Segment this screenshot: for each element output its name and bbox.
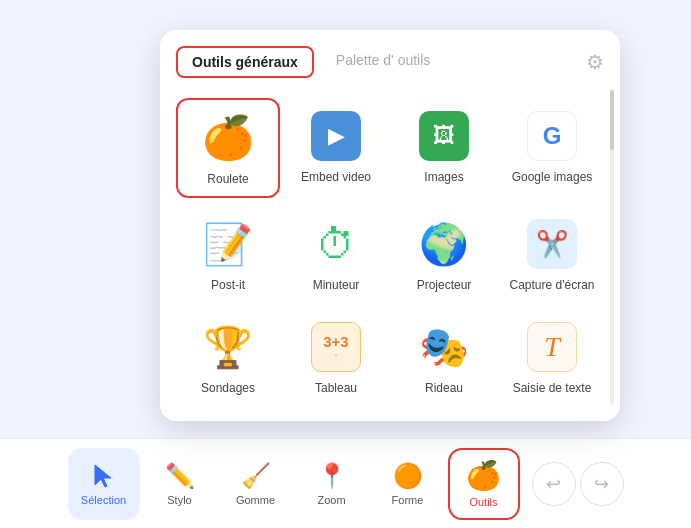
tab-outils-generaux[interactable]: Outils généraux xyxy=(176,46,314,78)
pencil-icon: ✏️ xyxy=(165,462,195,490)
tool-post-it[interactable]: 📝 Post-it xyxy=(176,206,280,302)
svg-marker-0 xyxy=(95,465,111,487)
tool-tableau-label: Tableau xyxy=(315,381,357,397)
tool-minuteur-label: Minuteur xyxy=(313,278,360,294)
bottom-toolbar: Sélection ✏️ Stylo 🧹 Gomme 📍 Zoom 🟠 Form… xyxy=(0,438,691,528)
toolbar-forme-label: Forme xyxy=(392,494,424,506)
toolbar-selection[interactable]: Sélection xyxy=(68,448,140,520)
tool-capture[interactable]: ✂️ Capture d'écran xyxy=(500,206,604,302)
projecteur-icon: 🌍 xyxy=(416,216,472,272)
undo-button[interactable]: ↩ xyxy=(532,462,576,506)
toolbar-outils-label: Outils xyxy=(469,496,497,508)
scrollbar-thumb[interactable] xyxy=(610,90,614,150)
tool-embed-video[interactable]: ▶ Embed video xyxy=(284,98,388,198)
toolbar-stylo-label: Stylo xyxy=(167,494,191,506)
tool-roulete[interactable]: 🍊 Roulete xyxy=(176,98,280,198)
tab-divider xyxy=(314,46,322,78)
toolbar-forme[interactable]: 🟠 Forme xyxy=(372,448,444,520)
tool-sondages-label: Sondages xyxy=(201,381,255,397)
tableau-icon-bg: 3+3 ◦ xyxy=(311,322,361,372)
tool-projecteur[interactable]: 🌍 Projecteur xyxy=(392,206,496,302)
tab-palette[interactable]: Palette d' outils xyxy=(322,46,445,78)
redo-icon: ↪ xyxy=(594,473,609,495)
tool-roulete-label: Roulete xyxy=(207,172,248,188)
tool-embed-video-label: Embed video xyxy=(301,170,371,186)
toolbar-selection-label: Sélection xyxy=(81,494,126,506)
tool-google-images-label: Google images xyxy=(512,170,593,186)
popup-header: Outils généraux Palette d' outils ⚙ xyxy=(176,46,604,82)
images-icon-bg: 🖼 xyxy=(419,111,469,161)
tool-google-images[interactable]: G Google images xyxy=(500,98,604,198)
tool-minuteur[interactable]: ⏱ Minuteur xyxy=(284,206,388,302)
capture-icon-bg: ✂️ xyxy=(527,219,577,269)
tool-sondages[interactable]: 🏆 Sondages xyxy=(176,309,280,405)
selection-icon xyxy=(90,462,118,490)
settings-icon[interactable]: ⚙ xyxy=(586,50,604,74)
tools-popup: Outils généraux Palette d' outils ⚙ 🍊 Ro… xyxy=(160,30,620,421)
minuteur-icon: ⏱ xyxy=(308,216,364,272)
tool-images[interactable]: 🖼 Images xyxy=(392,98,496,198)
toolbar-zoom-label: Zoom xyxy=(317,494,345,506)
embed-video-icon: ▶ xyxy=(308,108,364,164)
tool-post-it-label: Post-it xyxy=(211,278,245,294)
toolbar-outils[interactable]: 🍊 Outils xyxy=(448,448,520,520)
post-it-icon: 📝 xyxy=(200,216,256,272)
saisie-icon-bg: T xyxy=(527,322,577,372)
scrollbar-track xyxy=(610,90,614,405)
toolbar-gomme[interactable]: 🧹 Gomme xyxy=(220,448,292,520)
rideau-icon: 🎭 xyxy=(416,319,472,375)
zoom-icon: 📍 xyxy=(317,462,347,490)
tool-rideau-label: Rideau xyxy=(425,381,463,397)
toolbar-stylo[interactable]: ✏️ Stylo xyxy=(144,448,216,520)
tool-saisie-texte-label: Saisie de texte xyxy=(513,381,592,397)
undo-icon: ↩ xyxy=(546,473,561,495)
roulete-icon: 🍊 xyxy=(200,110,256,166)
video-icon-bg: ▶ xyxy=(311,111,361,161)
tools-grid: 🍊 Roulete ▶ Embed video 🖼 Images G Googl… xyxy=(176,98,604,405)
capture-icon: ✂️ xyxy=(524,216,580,272)
tool-rideau[interactable]: 🎭 Rideau xyxy=(392,309,496,405)
popup-tabs: Outils généraux Palette d' outils xyxy=(176,46,444,78)
google-images-icon: G xyxy=(524,108,580,164)
tableau-icon: 3+3 ◦ xyxy=(308,319,364,375)
redo-button[interactable]: ↪ xyxy=(580,462,624,506)
outils-icon: 🍊 xyxy=(466,459,501,492)
undo-redo-group: ↩ ↪ xyxy=(532,462,624,506)
toolbar-gomme-label: Gomme xyxy=(236,494,275,506)
toolbar-zoom[interactable]: 📍 Zoom xyxy=(296,448,368,520)
tool-saisie-texte[interactable]: T Saisie de texte xyxy=(500,309,604,405)
saisie-texte-icon: T xyxy=(524,319,580,375)
images-icon: 🖼 xyxy=(416,108,472,164)
tool-tableau[interactable]: 3+3 ◦ Tableau xyxy=(284,309,388,405)
tool-images-label: Images xyxy=(424,170,463,186)
tool-capture-label: Capture d'écran xyxy=(509,278,594,294)
eraser-icon: 🧹 xyxy=(241,462,271,490)
tool-projecteur-label: Projecteur xyxy=(417,278,472,294)
google-icon-bg: G xyxy=(527,111,577,161)
forme-icon: 🟠 xyxy=(393,462,423,490)
sondages-icon: 🏆 xyxy=(200,319,256,375)
